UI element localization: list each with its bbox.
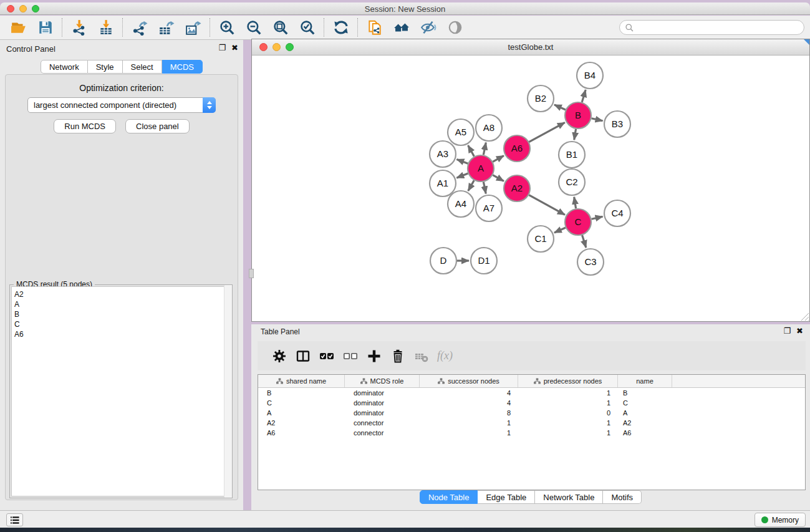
memory-button[interactable]: Memory [755,513,806,527]
network-canvas[interactable]: AA1A2A3A4A5A6A7A8BB1B2B3B4CC1C2C3C4DD1 [252,56,809,321]
criterion-dropdown[interactable]: largest connected component (directed) [27,97,216,113]
node-label-C4: C4 [611,208,623,218]
duplicate-network-button[interactable] [361,17,388,38]
function-builder-button[interactable]: f(x) [437,349,453,362]
control-panel-title: Control Panel [6,44,55,54]
result-item[interactable]: B [14,309,230,319]
toolbar-separator [62,18,62,37]
import-table-button[interactable] [92,17,119,38]
edge-A6-B[interactable] [529,122,565,142]
column-header-MCDS-role[interactable]: MCDS role [345,375,420,387]
edge-C-C1[interactable] [554,228,566,233]
float-panel-icon[interactable]: ❐ [783,327,791,336]
column-sort-icon [438,378,445,384]
edge-A-A6[interactable] [493,156,504,162]
open-session-button[interactable] [5,17,32,38]
mcds-tab-content: Optimization criterion: largest connecte… [5,74,238,500]
edge-C-C3[interactable] [582,235,586,248]
import-network-button[interactable] [65,17,92,38]
select-all-button[interactable] [315,344,339,368]
run-mcds-button[interactable]: Run MCDS [54,119,116,133]
node-label-B4: B4 [584,70,595,80]
column-header-successor-nodes[interactable]: successor nodes [420,375,518,387]
tab-select[interactable]: Select [123,60,162,74]
edge-B-B1[interactable] [574,129,576,140]
edge-A-A1[interactable] [456,173,468,178]
table-options-button[interactable] [268,344,291,368]
edge-A-A5[interactable] [468,145,475,157]
delete-table-button[interactable] [410,344,433,368]
tab-network-table[interactable]: Network Table [535,490,603,504]
column-sort-icon [276,378,283,384]
table-row[interactable]: A6connector11A6 [258,428,805,438]
edge-A-A3[interactable] [456,159,468,163]
cell: A6 [618,429,672,437]
column-sort-icon [360,378,367,384]
node-label-A6: A6 [511,143,523,153]
edge-A-A8[interactable] [483,143,486,155]
table-row[interactable]: Adominator80A [258,408,805,418]
tab-style[interactable]: Style [88,60,123,74]
zoom-fit-button[interactable] [267,17,294,38]
export-table-button[interactable] [153,17,180,38]
search-input[interactable] [637,23,799,32]
task-history-button[interactable] [6,513,23,526]
column-visibility-button[interactable] [291,344,315,368]
add-column-button[interactable] [362,344,386,368]
zoom-out-button[interactable] [240,17,267,38]
edge-B-B2[interactable] [554,105,566,110]
mcds-result-list[interactable]: A2ABCA6 [11,286,231,496]
edge-A-A4[interactable] [468,180,474,191]
splitter-handle[interactable] [249,269,254,278]
hide-selected-button[interactable] [415,17,441,38]
network-window-titlebar[interactable]: testGlobe.txt [252,39,809,56]
edge-B-B4[interactable] [582,90,586,102]
float-panel-icon[interactable]: ❐ [218,44,226,52]
zoom-in-button[interactable] [213,17,240,38]
cell: 0 [518,409,618,417]
screen: Session: New Session [0,0,810,532]
delete-column-button[interactable] [386,344,410,368]
result-scrollbar[interactable] [224,285,232,498]
node-label-B3: B3 [612,118,623,129]
result-item[interactable]: A6 [14,329,230,339]
export-network-button[interactable] [126,17,153,38]
edge-B-B3[interactable] [591,118,602,121]
deselect-all-button[interactable] [339,344,362,368]
edge-A-A7[interactable] [483,182,486,194]
table-row[interactable]: Bdominator41B [258,388,805,398]
table-row[interactable]: Cdominator41C [258,398,805,408]
column-header-name[interactable]: name [618,375,672,387]
column-header-predecessor-nodes[interactable]: predecessor nodes [518,375,618,387]
edge-C-C2[interactable] [574,197,576,209]
result-item[interactable]: A [14,299,230,309]
node-label-A2: A2 [511,183,523,193]
edge-C-C4[interactable] [591,216,602,219]
zoom-selected-button[interactable] [294,17,321,38]
frame-corner-icon [804,39,809,45]
tab-node-table[interactable]: Node Table [420,490,478,504]
control-panel-tabs: NetworkStyleSelectMCDS [41,60,203,74]
save-session-button[interactable] [32,17,59,38]
cell: B [258,389,345,397]
column-header-shared-name[interactable]: shared name [258,375,345,387]
toolbar-separator [210,18,210,37]
cell: C [258,399,345,407]
result-item[interactable]: A2 [14,289,230,299]
tab-mcds[interactable]: MCDS [162,60,203,74]
export-image-button[interactable] [180,17,206,38]
tab-network[interactable]: Network [41,60,88,74]
result-item[interactable]: C [14,319,230,329]
tab-motifs[interactable]: Motifs [603,490,642,504]
close-panel-icon[interactable]: ✖ [231,44,238,52]
table-row[interactable]: A2connector11A2 [258,418,805,428]
search-box [619,20,804,35]
edge-A2-C[interactable] [529,195,565,215]
tab-edge-table[interactable]: Edge Table [478,490,535,504]
first-neighbors-button[interactable] [388,17,415,38]
edge-A-A2[interactable] [493,175,504,181]
close-panel-icon[interactable]: ✖ [796,327,803,336]
refresh-button[interactable] [327,17,354,38]
close-panel-button[interactable]: Close panel [125,119,190,133]
show-all-button[interactable] [441,17,468,38]
